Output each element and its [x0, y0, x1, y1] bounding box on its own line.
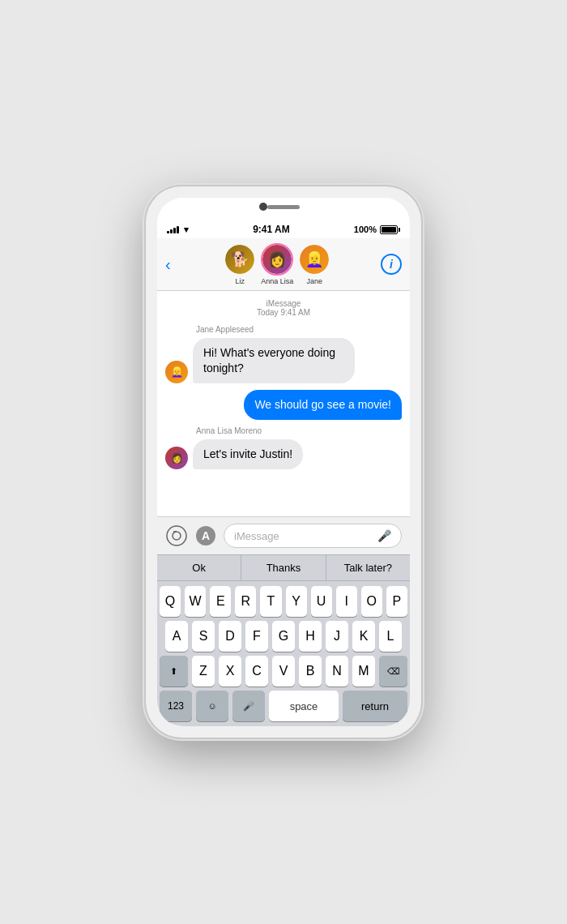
- phone-device: ▾ 9:41 AM 100% ‹ 🐕: [146, 186, 421, 738]
- avatar-liz: 🐕: [224, 243, 256, 276]
- mic-keyboard-key[interactable]: 🎤: [232, 691, 265, 721]
- bar3: [173, 228, 176, 233]
- pred-thanks[interactable]: Thanks: [241, 555, 326, 580]
- bar4: [177, 226, 179, 233]
- nav-avatars: 🐕 Liz 👩 Anna Lisa 👱‍♀️ Jane: [177, 243, 377, 285]
- bar1: [167, 231, 169, 233]
- message-timestamp: iMessage Today 9:41 AM: [165, 299, 402, 317]
- message-input[interactable]: iMessage 🎤: [224, 524, 402, 548]
- camera-icon: [166, 525, 187, 546]
- key-k[interactable]: K: [352, 621, 375, 652]
- key-a[interactable]: A: [165, 621, 188, 652]
- msg-avatar-jane: 👱‍♀️: [165, 361, 188, 383]
- key-z[interactable]: Z: [192, 656, 215, 687]
- avatar-liz-name: Liz: [236, 277, 245, 285]
- msg-avatar-anna: 👩: [165, 447, 188, 469]
- key-e[interactable]: E: [210, 586, 231, 617]
- key-j[interactable]: J: [326, 621, 348, 652]
- keyboard: Q W E R T Y U I O P A S D F G H J K: [157, 581, 410, 726]
- bubble-1: Hi! What's everyone doing tonight?: [193, 338, 355, 383]
- key-l[interactable]: L: [379, 621, 402, 652]
- nav-avatar-liz[interactable]: 🐕 Liz: [224, 243, 256, 285]
- predictive-bar: Ok Thanks Talk later?: [157, 554, 410, 581]
- sender-anna: Anna Lisa Moreno: [196, 426, 402, 435]
- key-t[interactable]: T: [260, 586, 281, 617]
- shift-key[interactable]: ⬆: [160, 656, 188, 687]
- pred-ok[interactable]: Ok: [157, 555, 241, 580]
- camera-button[interactable]: [165, 524, 188, 547]
- svg-point-0: [167, 526, 186, 545]
- battery-icon: [380, 225, 400, 234]
- sender-jane: Jane Appleseed: [196, 325, 402, 334]
- nav-bar: ‹ 🐕 Liz 👩 Anna Lisa 👱‍♀️: [157, 238, 410, 291]
- avatar-jane-inner: 👱‍♀️: [300, 245, 329, 274]
- signal-bars-icon: [167, 225, 179, 233]
- emoji-key[interactable]: ☺: [196, 691, 228, 721]
- bar2: [170, 229, 173, 233]
- key-y[interactable]: Y: [286, 586, 307, 617]
- svg-rect-2: [173, 531, 177, 533]
- appstore-button[interactable]: A: [194, 524, 217, 547]
- avatar-jane-name: Jane: [307, 277, 323, 285]
- status-time: 9:41 AM: [253, 224, 290, 235]
- nav-avatar-jane[interactable]: 👱‍♀️ Jane: [298, 243, 330, 285]
- pred-talk-later[interactable]: Talk later?: [326, 555, 410, 580]
- key-h[interactable]: H: [299, 621, 322, 652]
- nav-avatar-anna[interactable]: 👩 Anna Lisa: [261, 243, 293, 285]
- bubble-3: Let's invite Justin!: [193, 439, 303, 469]
- space-key[interactable]: space: [269, 691, 339, 721]
- key-p[interactable]: P: [386, 586, 407, 617]
- svg-point-1: [173, 532, 181, 540]
- battery-fill: [382, 227, 396, 233]
- key-v[interactable]: V: [272, 656, 295, 687]
- key-s[interactable]: S: [192, 621, 215, 652]
- status-bar: ▾ 9:41 AM 100%: [157, 220, 410, 238]
- key-i[interactable]: I: [336, 586, 357, 617]
- msg-avatar-jane-inner: 👱‍♀️: [165, 361, 188, 383]
- battery-percent: 100%: [354, 225, 377, 234]
- status-left: ▾: [167, 225, 189, 235]
- avatar-anna-inner: 👩: [262, 245, 292, 274]
- numbers-key[interactable]: 123: [160, 691, 192, 721]
- keyboard-row-bottom: 123 ☺ 🎤 space return: [160, 691, 407, 721]
- key-g[interactable]: G: [272, 621, 295, 652]
- keyboard-row-3: ⬆ Z X C V B N M ⌫: [160, 656, 407, 687]
- message-row-2: We should go see a movie!: [165, 390, 402, 420]
- avatar-anna-name: Anna Lisa: [261, 277, 293, 285]
- speaker-grille: [267, 205, 300, 209]
- mic-input-icon: 🎤: [377, 529, 391, 542]
- key-c[interactable]: C: [245, 656, 268, 687]
- key-f[interactable]: F: [245, 621, 268, 652]
- key-q[interactable]: Q: [160, 586, 181, 617]
- msg-avatar-anna-inner: 👩: [165, 447, 188, 469]
- return-key[interactable]: return: [343, 691, 407, 721]
- key-r[interactable]: R: [235, 586, 256, 617]
- key-d[interactable]: D: [219, 621, 241, 652]
- avatar-jane: 👱‍♀️: [298, 243, 330, 276]
- front-camera-icon: [259, 203, 267, 211]
- avatar-liz-inner: 🐕: [225, 245, 254, 274]
- key-m[interactable]: M: [352, 656, 375, 687]
- key-o[interactable]: O: [361, 586, 382, 617]
- phone-screen: ▾ 9:41 AM 100% ‹ 🐕: [157, 198, 410, 726]
- key-b[interactable]: B: [299, 656, 322, 687]
- input-area: A iMessage 🎤: [157, 516, 410, 554]
- notch-area: [157, 198, 410, 220]
- message-row-3: 👩 Let's invite Justin!: [165, 439, 402, 469]
- keyboard-row-1: Q W E R T Y U I O P: [160, 586, 407, 617]
- info-button[interactable]: i: [381, 254, 402, 275]
- message-row-1: 👱‍♀️ Hi! What's everyone doing tonight?: [165, 338, 402, 383]
- bubble-2: We should go see a movie!: [244, 390, 402, 420]
- battery-body: [380, 225, 398, 234]
- key-w[interactable]: W: [185, 586, 206, 617]
- delete-key[interactable]: ⌫: [379, 656, 407, 687]
- svg-text:A: A: [202, 529, 210, 542]
- wifi-icon: ▾: [184, 225, 189, 235]
- back-button[interactable]: ‹: [165, 255, 171, 274]
- key-u[interactable]: U: [311, 586, 332, 617]
- avatar-anna: 👩: [261, 243, 293, 276]
- status-right: 100%: [354, 225, 400, 234]
- key-x[interactable]: X: [219, 656, 241, 687]
- key-n[interactable]: N: [326, 656, 348, 687]
- input-placeholder: iMessage: [234, 530, 279, 542]
